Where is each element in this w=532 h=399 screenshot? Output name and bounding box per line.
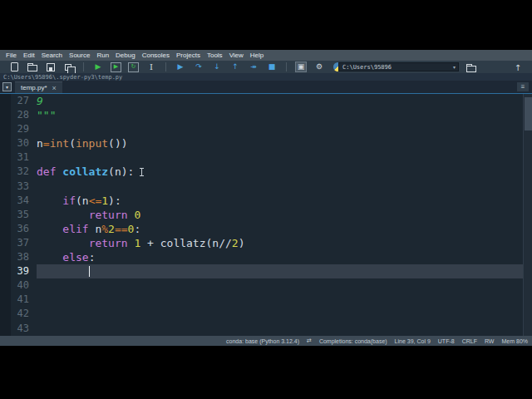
chevron-down-icon[interactable]: ▾ (451, 64, 458, 70)
code-line-37[interactable]: 37 return 1 + collatz(n//2) (0, 236, 532, 250)
code-line-31[interactable]: 31 (0, 150, 532, 165)
code-line-40[interactable]: 40 (0, 278, 532, 293)
status-bar: conda: base (Python 3.12.4)⇄Completions:… (0, 336, 532, 346)
chevron-down-icon: ▾ (6, 84, 8, 90)
token: 0 (134, 209, 140, 221)
token (37, 223, 62, 235)
token: // (219, 237, 232, 249)
run-selection-icon[interactable]: I (145, 62, 157, 72)
maximize-pane-icon[interactable]: ▣ (295, 62, 307, 72)
code-line-33[interactable]: 33 (0, 180, 532, 194)
code-line-35[interactable]: 35 return 0 (0, 208, 532, 222)
working-directory-select[interactable]: C:\Users\95896 ▾ (338, 62, 459, 71)
tab-temp-py[interactable]: temp.py* × (15, 81, 62, 93)
step-out-icon[interactable]: ↑ (229, 62, 241, 72)
code-text: n=int(input()) (37, 136, 523, 150)
main-toolbar: ▶▶↻I▶↷↓↑↠■▣⚙ C:\Users\95896 ▾ ↑ (0, 61, 532, 73)
menu-item-help[interactable]: Help (247, 50, 267, 61)
token (37, 237, 89, 249)
token: ()) (108, 137, 127, 150)
text-caret (89, 266, 91, 277)
folder-icon (466, 66, 476, 72)
token: 1 (101, 195, 108, 207)
code-line-38[interactable]: 38 else: (0, 250, 532, 264)
run-cell-advance-icon[interactable]: ↻ (128, 62, 139, 72)
code-lines: 27928"""2930n=int(input())3132def collat… (0, 94, 532, 336)
menu-item-file[interactable]: File (2, 50, 20, 61)
token: if (62, 195, 76, 207)
continue-icon[interactable]: ↠ (248, 62, 259, 72)
menu-item-edit[interactable]: Edit (20, 50, 38, 61)
code-text (37, 264, 523, 278)
code-line-36[interactable]: 36 elif n%2==0: (0, 222, 532, 236)
hamburger-icon: ≡ (521, 83, 525, 91)
step-into-icon[interactable]: ↓ (211, 62, 223, 72)
code-line-30[interactable]: 30n=int(input()) (0, 136, 532, 150)
new-file-icon-shape (11, 62, 18, 71)
menu-item-tools[interactable]: Tools (204, 50, 226, 61)
token: ): (108, 195, 121, 207)
code-line-39[interactable]: 39 (0, 264, 532, 278)
debug-icon[interactable]: ▶ (175, 62, 186, 72)
menu-item-search[interactable]: Search (38, 50, 66, 61)
browse-working-directory-icon[interactable] (466, 62, 477, 73)
code-text: return 0 (37, 208, 523, 222)
token: return (89, 209, 128, 221)
menu-bar: FileEditSearchSourceRunDebugConsolesProj… (0, 50, 532, 61)
run-cell-icon[interactable]: ▶ (111, 62, 121, 72)
token (37, 195, 62, 207)
code-line-29[interactable]: 29 (0, 122, 532, 136)
step-over-icon[interactable]: ↷ (193, 62, 204, 72)
save-icon[interactable] (45, 62, 57, 72)
file-path: C:\Users\95896\.spyder-py3\temp.py (3, 74, 122, 81)
code-line-28[interactable]: 28""" (0, 108, 532, 122)
code-line-34[interactable]: 34 if(n<=1): (0, 194, 532, 208)
menu-item-view[interactable]: View (226, 50, 247, 61)
working-directory-value: C:\Users\95896 (339, 64, 451, 71)
code-editor[interactable]: 27928"""2930n=int(input())3132def collat… (0, 93, 532, 336)
parent-directory-icon[interactable]: ↑ (512, 62, 524, 73)
code-line-32[interactable]: 32def collatz(n): (0, 165, 532, 179)
browse-tabs-button[interactable]: ▾ (2, 82, 12, 91)
token: n (37, 137, 43, 150)
code-text: else: (37, 250, 523, 264)
scrollbar-thumb[interactable] (525, 97, 532, 131)
code-line-27[interactable]: 279 (0, 94, 532, 108)
token: = (43, 137, 50, 150)
save-all-icon-shape (65, 64, 71, 71)
token: ) (239, 237, 245, 249)
menu-item-run[interactable]: Run (93, 50, 112, 61)
menu-item-debug[interactable]: Debug (112, 50, 139, 61)
close-icon[interactable]: × (52, 84, 57, 92)
code-text (37, 122, 523, 136)
stop-icon[interactable]: ■ (266, 62, 278, 72)
save-all-icon[interactable] (63, 62, 75, 72)
new-file-icon[interactable] (8, 62, 20, 72)
run-icon[interactable]: ▶ (92, 62, 104, 72)
code-line-41[interactable]: 41 (0, 293, 532, 307)
code-text: def collatz(n): (37, 165, 523, 179)
token: elif (62, 223, 88, 235)
menu-item-consoles[interactable]: Consoles (139, 50, 173, 61)
editor-scrollbar[interactable] (523, 94, 532, 336)
preferences-icon[interactable]: ⚙ (313, 62, 325, 72)
code-text (37, 322, 523, 336)
code-text: elif n%2==0: (37, 222, 523, 236)
menu-item-projects[interactable]: Projects (173, 50, 204, 61)
token: ( (69, 137, 76, 150)
token: % (101, 223, 108, 235)
code-text (37, 180, 523, 194)
open-file-icon[interactable] (27, 62, 38, 72)
token (37, 251, 62, 264)
token: 2 (232, 237, 239, 249)
menu-item-source[interactable]: Source (66, 50, 93, 61)
code-line-42[interactable]: 42 (0, 307, 532, 321)
token: (n (76, 195, 89, 207)
code-line-43[interactable]: 43 (0, 322, 532, 336)
mouse-text-cursor-icon (141, 168, 142, 176)
editor-tab-bar: ▾ temp.py* × ≡ (0, 81, 532, 93)
code-text (37, 307, 523, 321)
token: collatz (62, 165, 108, 178)
editor-options-button[interactable]: ≡ (517, 82, 529, 91)
token: int (50, 137, 69, 150)
